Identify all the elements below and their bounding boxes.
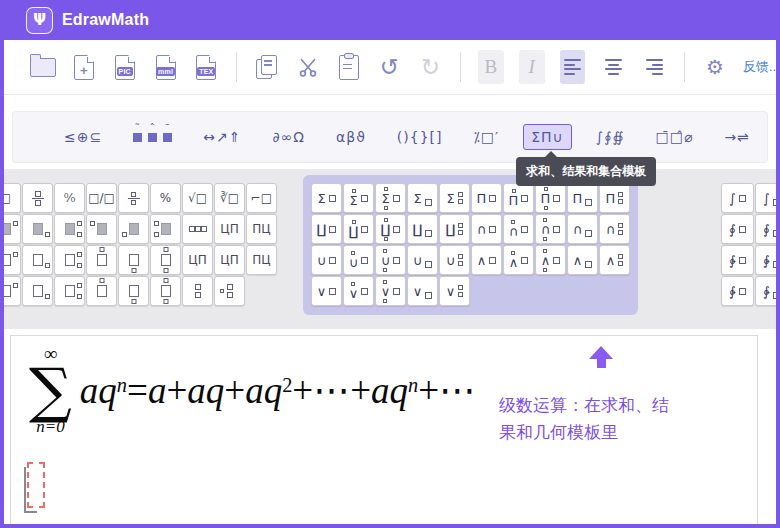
category-arrows[interactable]: ↔↗⇑ (196, 124, 248, 150)
equation-canvas[interactable]: ∞ ∑ n=0 aqn=a+aq+aq2+⋯+aqn+⋯ 级数运算：在求和、结 … (10, 335, 758, 525)
palette-cell[interactable]: ∫ (755, 183, 776, 213)
palette-cell[interactable]: ∐ (311, 214, 342, 244)
export-latex-icon[interactable]: TEX (193, 50, 219, 84)
palette-cell[interactable]: □/□ (86, 183, 117, 213)
palette-cell[interactable]: ∳ (721, 276, 754, 306)
palette-cell[interactable]: ∩ (535, 214, 566, 244)
palette-cell[interactable]: ∩ (471, 214, 502, 244)
palette-cell[interactable] (214, 276, 245, 306)
paste-icon[interactable] (336, 50, 362, 84)
palette-cell[interactable]: Π (599, 183, 630, 213)
palette-cell[interactable]: ∨ (407, 276, 438, 306)
palette-cell[interactable]: ∧ (567, 245, 598, 275)
palette-cell[interactable]: ∩ (599, 214, 630, 244)
palette-cell[interactable]: Σ (375, 183, 406, 213)
bold-button[interactable]: B (478, 50, 504, 84)
palette-cell[interactable]: ∫ (721, 183, 754, 213)
palette-cell[interactable]: ∲ (755, 245, 776, 275)
palette-cell[interactable]: ∮ (721, 214, 754, 244)
export-image-icon[interactable]: PIC (112, 50, 138, 84)
palette-cell[interactable] (22, 214, 53, 244)
palette-cell[interactable]: ∪ (439, 245, 470, 275)
palette-cell[interactable]: % (150, 183, 181, 213)
palette-cell[interactable]: Σ (311, 183, 342, 213)
align-left-button[interactable] (560, 50, 586, 84)
equation[interactable]: ∞ ∑ n=0 aqn=a+aq+aq2+⋯+aqn+⋯ (29, 344, 476, 437)
palette-cell[interactable] (150, 276, 181, 306)
palette-cell[interactable]: ∩ (503, 214, 534, 244)
palette-cell[interactable] (118, 245, 149, 275)
palette-cell[interactable]: ∧ (503, 245, 534, 275)
palette-cell[interactable] (4, 245, 21, 275)
palette-cell[interactable]: ∧ (599, 245, 630, 275)
palette-cell[interactable]: ∧ (471, 245, 502, 275)
settings-gear-icon[interactable]: ⚙ (702, 50, 728, 84)
align-right-button[interactable] (641, 50, 667, 84)
undo-icon[interactable]: ↺ (377, 50, 403, 84)
palette-cell[interactable]: ∪ (343, 245, 374, 275)
palette-cell[interactable] (118, 214, 149, 244)
palette-cell[interactable]: ЦП (214, 245, 245, 275)
palette-cell[interactable] (86, 276, 117, 306)
palette-cell[interactable] (4, 214, 21, 244)
palette-cell[interactable]: ∪ (407, 245, 438, 275)
palette-cell[interactable]: ∮ (755, 214, 776, 244)
palette-cell[interactable] (22, 245, 53, 275)
palette-cell[interactable] (182, 276, 213, 306)
open-file-icon[interactable] (30, 50, 56, 84)
palette-cell[interactable]: ∨ (311, 276, 342, 306)
italic-button[interactable]: I (519, 50, 545, 84)
palette-cell[interactable]: Σ (407, 183, 438, 213)
palette-cell[interactable] (86, 214, 117, 244)
palette-cell[interactable]: ПЦ (246, 245, 277, 275)
palette-cell[interactable]: ∐ (407, 214, 438, 244)
palette-cell[interactable]: ∳ (755, 276, 776, 306)
category-misc-symbols[interactable]: ∂∞Ω (265, 124, 312, 150)
category-accents[interactable]: ˜ˆˉ (126, 128, 179, 147)
palette-cell[interactable]: ∲ (721, 245, 754, 275)
category-fractions-scripts[interactable]: ⁒□′ (467, 124, 507, 150)
palette-cell[interactable]: ∛□ (214, 183, 245, 213)
palette-cell[interactable] (118, 183, 149, 213)
category-sum-product-set[interactable]: ΣΠ∪求和、结果和集合模板 (523, 124, 572, 150)
palette-cell[interactable]: √□ (182, 183, 213, 213)
category-relations[interactable]: ≤⊕⊆ (57, 124, 109, 150)
category-brackets[interactable]: (){}[] (390, 124, 450, 150)
palette-cell[interactable] (22, 183, 53, 213)
palette-cell[interactable]: ∨ (375, 276, 406, 306)
palette-cell[interactable]: Π (535, 183, 566, 213)
palette-cell[interactable] (86, 245, 117, 275)
palette-cell[interactable] (54, 214, 85, 244)
palette-cell[interactable] (4, 276, 21, 306)
palette-cell[interactable]: ∐ (439, 214, 470, 244)
palette-cell[interactable]: ПЦ (246, 214, 277, 244)
palette-cell[interactable]: ∨ (343, 276, 374, 306)
palette-cell[interactable]: ∩ (567, 214, 598, 244)
align-center-button[interactable] (600, 50, 626, 84)
palette-cell[interactable]: Π (471, 183, 502, 213)
palette-cell[interactable] (54, 276, 85, 306)
palette-cell[interactable]: ⌐□ (246, 183, 277, 213)
palette-cell[interactable]: ЦП (182, 245, 213, 275)
palette-cell[interactable] (150, 214, 181, 244)
feedback-link[interactable]: 反馈.. (743, 58, 776, 76)
palette-cell[interactable]: ∨ (439, 276, 470, 306)
insertion-placeholder[interactable] (27, 462, 45, 508)
palette-cell[interactable]: ∪ (311, 245, 342, 275)
palette-cell[interactable]: ∧ (535, 245, 566, 275)
export-mathml-icon[interactable]: mml (153, 50, 179, 84)
palette-cell[interactable] (182, 214, 213, 244)
palette-cell[interactable]: Σ (439, 183, 470, 213)
palette-cell[interactable]: ∐ (375, 214, 406, 244)
palette-cell[interactable]: ∐ (343, 214, 374, 244)
palette-cell[interactable] (54, 245, 85, 275)
category-matrix-templates[interactable] (774, 123, 780, 151)
cut-icon[interactable] (295, 50, 321, 84)
category-bars-slashes[interactable]: □̄□̂⌀ (649, 124, 701, 150)
palette-cell[interactable]: ЦП (214, 214, 245, 244)
palette-cell[interactable]: □ (4, 183, 21, 213)
palette-cell[interactable] (118, 276, 149, 306)
copy-icon[interactable] (254, 50, 280, 84)
palette-cell[interactable]: Π (503, 183, 534, 213)
new-document-icon[interactable]: + (71, 50, 97, 84)
